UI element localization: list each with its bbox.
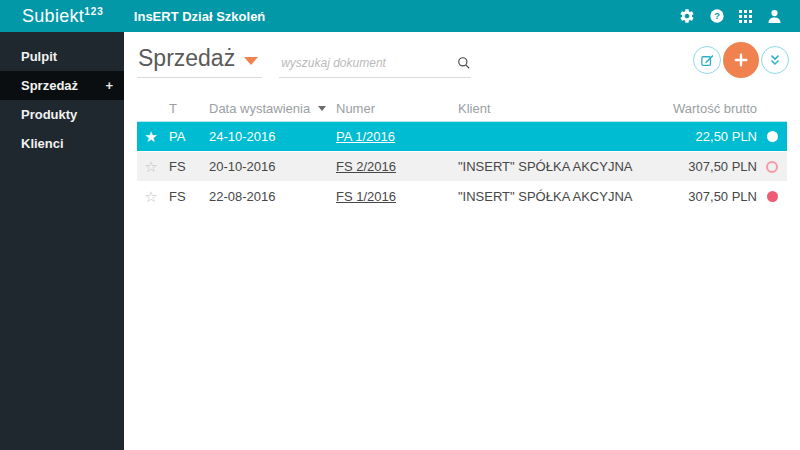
sidebar-item-klienci[interactable]: Klienci xyxy=(0,129,124,158)
apps-grid-icon[interactable] xyxy=(739,10,752,23)
column-date[interactable]: Data wystawienia xyxy=(205,101,332,116)
sort-desc-icon xyxy=(318,106,326,111)
star-icon[interactable]: ☆ xyxy=(137,159,165,174)
doc-client: "INSERT" SPÓŁKA AKCYJNA xyxy=(458,159,645,174)
column-klient[interactable]: Klient xyxy=(458,101,645,116)
table-row[interactable]: ☆ FS 20-10-2016 FS 2/2016 "INSERT" SPÓŁK… xyxy=(137,152,787,181)
help-icon[interactable]: ? xyxy=(709,8,725,24)
svg-text:?: ? xyxy=(714,11,720,21)
document-link[interactable]: FS 1/2016 xyxy=(336,189,396,204)
page-header: Sprzedaż xyxy=(124,32,800,78)
dropdown-caret-icon xyxy=(244,57,258,65)
documents-table: T Data wystawienia Numer Klient Wartość … xyxy=(137,96,787,211)
doc-date: 24-10-2016 xyxy=(205,129,332,144)
topbar: Subiekt123 InsERT Dział Szkoleń ? xyxy=(0,0,800,32)
doc-amount: 307,50 PLN xyxy=(645,189,757,204)
status-dot[interactable] xyxy=(767,191,778,202)
sidebar-item-sprzedaz[interactable]: Sprzedaż+ xyxy=(0,71,124,100)
doc-type: FS xyxy=(165,189,205,204)
sidebar-item-label: Produkty xyxy=(21,100,77,129)
app-logo-text: Subiekt xyxy=(22,6,84,26)
search-input[interactable] xyxy=(279,55,457,71)
document-link[interactable]: PA 1/2016 xyxy=(336,129,395,144)
page-title: Sprzedaż xyxy=(138,47,235,70)
sidebar-item-pulpit[interactable]: Pulpit xyxy=(0,42,124,71)
doc-type: PA xyxy=(165,129,205,144)
doc-date: 20-10-2016 xyxy=(205,159,332,174)
sidebar-item-label: Klienci xyxy=(21,129,64,158)
app-logo[interactable]: Subiekt123 xyxy=(22,6,104,27)
star-icon[interactable]: ★ xyxy=(137,129,165,144)
search-box xyxy=(279,55,471,78)
page-title-dropdown[interactable]: Sprzedaż xyxy=(137,47,262,78)
app-logo-sup: 123 xyxy=(84,6,104,17)
expand-button[interactable] xyxy=(761,46,789,74)
toolbar-actions xyxy=(693,42,789,78)
document-link[interactable]: FS 2/2016 xyxy=(336,159,396,174)
doc-type: FS xyxy=(165,159,205,174)
sidebar-item-produkty[interactable]: Produkty xyxy=(0,100,124,129)
doc-amount: 22,50 PLN xyxy=(645,129,757,144)
sidebar-item-label: Sprzedaż xyxy=(21,71,78,100)
add-button[interactable] xyxy=(723,42,759,78)
sidebar-item-label: Pulpit xyxy=(21,42,57,71)
user-icon[interactable] xyxy=(766,8,783,25)
settings-icon[interactable] xyxy=(679,8,695,24)
table-row[interactable]: ☆ FS 22-08-2016 FS 1/2016 "INSERT" SPÓŁK… xyxy=(137,182,787,211)
sidebar: Pulpit Sprzedaż+ Produkty Klienci xyxy=(0,32,124,450)
table-row[interactable]: ★ PA 24-10-2016 PA 1/2016 22,50 PLN xyxy=(137,122,787,151)
column-numer[interactable]: Numer xyxy=(332,101,458,116)
main-content: Sprzedaż T Data wystawienia xyxy=(124,32,800,450)
edit-icon xyxy=(700,53,715,68)
star-icon[interactable]: ☆ xyxy=(137,189,165,204)
column-amount[interactable]: Wartość brutto xyxy=(645,101,757,116)
column-type[interactable]: T xyxy=(165,101,205,116)
topbar-icons: ? xyxy=(679,8,783,25)
doc-client: "INSERT" SPÓŁKA AKCYJNA xyxy=(458,189,645,204)
company-name: InsERT Dział Szkoleń xyxy=(134,9,265,24)
status-dot[interactable] xyxy=(767,131,778,142)
doc-amount: 307,50 PLN xyxy=(645,159,757,174)
search-icon[interactable] xyxy=(457,56,471,70)
edit-button[interactable] xyxy=(693,46,721,74)
doc-date: 22-08-2016 xyxy=(205,189,332,204)
expand-plus-icon[interactable]: + xyxy=(105,71,113,100)
table-header: T Data wystawienia Numer Klient Wartość … xyxy=(137,96,787,122)
double-chevron-down-icon xyxy=(768,53,782,67)
status-dot[interactable] xyxy=(766,161,778,173)
plus-icon xyxy=(732,51,750,69)
